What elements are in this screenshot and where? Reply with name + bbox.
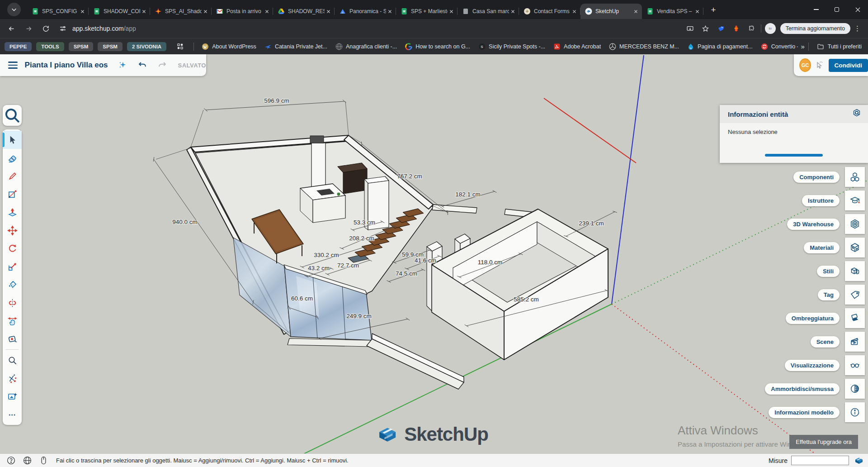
eraser-tool[interactable] [3, 149, 22, 167]
scenes-panel-button[interactable] [845, 332, 865, 352]
ai-sparkle-icon[interactable] [117, 59, 128, 71]
tool-search-button[interactable] [3, 105, 22, 126]
browser-tab-vendita-sps-c[interactable]: Vendita SPS – C [642, 4, 703, 19]
bookmark-catania-private-jet-[interactable]: Catania Private Jet... [264, 43, 327, 50]
tag-panel-button[interactable] [845, 285, 865, 305]
bookmark-star-icon[interactable] [700, 23, 711, 34]
browser-tab-sketchup[interactable]: SketchUp [580, 4, 642, 19]
user-avatar[interactable]: GC [799, 58, 811, 72]
update-chrome-button[interactable]: Termina aggiornamento [780, 23, 850, 34]
measure-input[interactable] [791, 456, 849, 465]
tab-close-icon[interactable] [325, 8, 332, 15]
tab-search-button[interactable] [7, 3, 21, 16]
shapes-tool[interactable] [3, 185, 22, 203]
browser-tab-sps-config-[interactable]: SPS_CONFIG - [27, 4, 89, 19]
bookmark-sicily-private-spots-[interactable]: SSicily Private Spots -... [478, 43, 545, 50]
browser-tab-contact-forms[interactable]: Contact Forms [519, 4, 580, 19]
tab-close-icon[interactable] [79, 8, 86, 15]
bookmark-how-to-search-on-g-[interactable]: How to search on G... [405, 43, 470, 50]
browser-tab-casa-san-marco[interactable]: Casa San marco [458, 4, 519, 19]
redo-button[interactable] [157, 59, 168, 71]
entity-box-magnifier-icon[interactable] [852, 108, 862, 120]
rotate-tool[interactable] [3, 239, 22, 257]
materials-panel-button[interactable] [845, 238, 865, 257]
tape-measure-tool[interactable] [3, 330, 22, 348]
window-close-button[interactable] [847, 0, 868, 19]
components-panel-button[interactable] [845, 167, 865, 187]
tab-close-icon[interactable] [202, 8, 209, 15]
tab-close-icon[interactable] [571, 8, 578, 15]
tab-close-icon[interactable] [693, 8, 701, 15]
bookmark-folder-2-sivodnia[interactable]: 2 SIVODNIA [127, 42, 166, 51]
omnibox[interactable]: app.sketchup.com/app [59, 21, 680, 36]
tab-close-icon[interactable] [140, 8, 147, 15]
bookmark-convertio-conve-[interactable]: Convertio — Conve... [761, 43, 798, 50]
browser-tab-posta-in-arrivo[interactable]: Posta in arrivo [212, 4, 273, 19]
styles-panel-button[interactable] [845, 261, 865, 281]
browser-tab-sps-marliesto[interactable]: SPS + Marliesto [396, 4, 458, 19]
profile-avatar[interactable]: SU [765, 23, 776, 34]
extensions-puzzle-icon[interactable] [746, 23, 757, 34]
tab-close-icon[interactable] [263, 8, 270, 15]
pencil-tool[interactable] [3, 167, 22, 185]
bookmark-folder-spsm[interactable]: SPSM [98, 42, 123, 51]
instructor-panel-button[interactable] [845, 191, 865, 210]
push-pull-tool[interactable] [3, 203, 22, 221]
select-tool[interactable] [3, 131, 22, 149]
model-info-panel-button[interactable] [845, 402, 865, 422]
reload-button[interactable] [40, 23, 52, 34]
extension-tag-icon[interactable] [716, 23, 726, 34]
send-to-device-icon[interactable] [685, 23, 696, 34]
main-menu-icon[interactable] [8, 62, 18, 69]
more-tool[interactable]: ⋯ [3, 405, 22, 424]
apps-grid-icon[interactable] [175, 41, 185, 52]
move-tool[interactable] [3, 221, 22, 239]
extension-hydrant-icon[interactable] [731, 23, 742, 34]
warehouse-panel-button[interactable] [845, 214, 865, 234]
tab-close-icon[interactable] [386, 8, 393, 15]
panel-drag-handle[interactable] [765, 154, 823, 157]
flip-tool[interactable] [3, 294, 22, 312]
undo-button[interactable] [137, 59, 148, 71]
bookmark-anagrafica-clienti-[interactable]: Anagrafica clienti -... [335, 43, 397, 50]
zoom-tool[interactable] [3, 351, 22, 369]
window-minimize-button[interactable] [806, 0, 826, 19]
forward-button[interactable] [23, 23, 34, 34]
bookmark-adobe-acrobat[interactable]: Adobe Acrobat [553, 43, 601, 50]
tab-close-icon[interactable] [448, 8, 455, 15]
soften-panel-button[interactable] [845, 379, 865, 399]
shadows-panel-button[interactable] [845, 308, 865, 328]
browser-tab-shadow-com[interactable]: SHADOW_COM [89, 4, 150, 19]
browser-tab-sps-ai-shadow[interactable]: SPS_AI_Shadow [150, 4, 212, 19]
browser-tab-panoramica-s[interactable]: Panoramica - S [335, 4, 396, 19]
help-icon[interactable] [6, 456, 16, 466]
mouse-hint-icon[interactable] [39, 456, 49, 466]
new-tab-button[interactable]: + [707, 4, 720, 16]
document-title[interactable]: Pianta I piano Villa eos [25, 61, 108, 70]
window-maximize-button[interactable] [826, 0, 847, 19]
display-panel-button[interactable] [845, 355, 865, 375]
scale-tool[interactable] [3, 257, 22, 276]
ai-image-tool[interactable] [3, 387, 22, 405]
bookmark-mercedes-benz-m-[interactable]: MERCEDES BENZ M... [609, 43, 679, 50]
browser-menu-icon[interactable]: ⋮ [854, 24, 861, 33]
upgrade-button[interactable]: Effettua l'upgrade ora [789, 435, 858, 449]
tab-close-icon[interactable] [509, 8, 516, 15]
all-bookmarks-button[interactable]: Tutti i preferiti [817, 43, 862, 50]
share-button[interactable]: Condividi [829, 59, 868, 72]
bookmarks-overflow-chevron[interactable]: » [801, 43, 804, 50]
bookmark-folder-spsm[interactable]: SPSM [69, 42, 94, 51]
bookmark-about-wordpress[interactable]: About WordPress [202, 43, 256, 50]
back-button[interactable] [5, 23, 17, 34]
bookmark-pagina-di-pagament-[interactable]: Pagina di pagament... [687, 43, 753, 50]
tab-close-icon[interactable] [632, 8, 639, 15]
right-room[interactable] [432, 209, 608, 360]
pan-tool[interactable] [3, 312, 22, 330]
bookmark-folder-peppe[interactable]: PEPPE [5, 42, 32, 51]
browser-tab-shadow-res[interactable]: SHADOW_RES [273, 4, 335, 19]
site-settings-icon[interactable] [59, 24, 67, 33]
bookmark-folder-tools[interactable]: TOOLS [36, 42, 64, 51]
kitchen-island[interactable] [300, 184, 345, 223]
language-globe-icon[interactable] [23, 456, 33, 466]
paint-bucket-tool[interactable] [3, 276, 22, 294]
